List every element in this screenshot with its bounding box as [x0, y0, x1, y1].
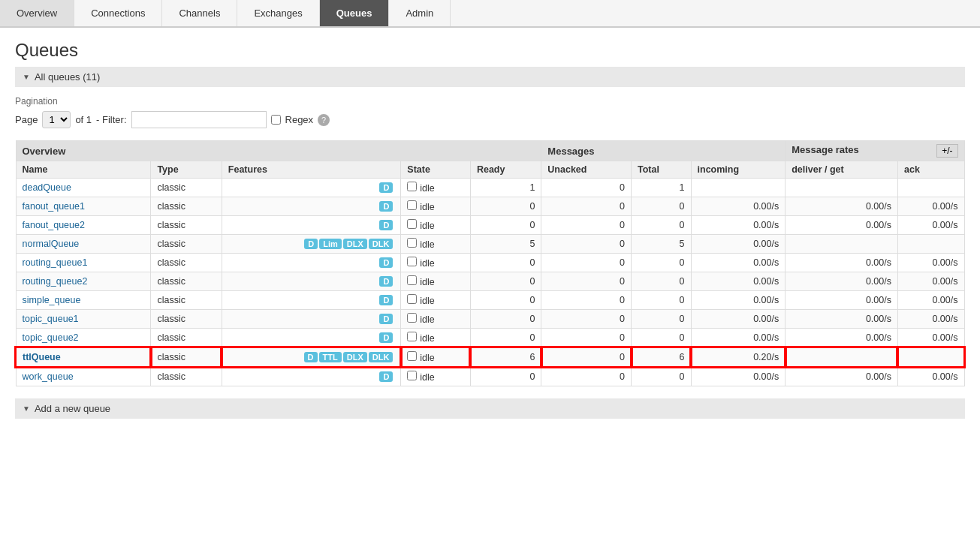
state-checkbox[interactable] [407, 351, 417, 361]
queue-name-link[interactable]: fanout_queue2 [23, 220, 85, 230]
queue-state-cell: idle [401, 329, 471, 348]
queue-total-cell: 5 [632, 235, 692, 254]
state-checkbox[interactable] [407, 238, 417, 248]
queue-name-cell[interactable]: deadQueue [16, 179, 151, 197]
nav-item-connections[interactable]: Connections [74, 0, 162, 26]
queue-ack-cell [897, 179, 964, 197]
state-checkbox[interactable] [407, 371, 417, 380]
pagination-label: Pagination [15, 96, 965, 107]
state-text: idle [420, 277, 434, 287]
queue-name-link[interactable]: routing_queue2 [23, 276, 88, 287]
col-deliver-get: deliver / get [786, 161, 898, 179]
queue-incoming-cell: 0.00/s [691, 216, 786, 235]
queue-name-cell[interactable]: topic_queue2 [16, 329, 151, 348]
queue-incoming-cell: 0.00/s [691, 291, 786, 310]
queue-name-link[interactable]: deadQueue [23, 182, 71, 193]
state-checkbox[interactable] [407, 200, 417, 210]
queue-unacked-cell: 0 [541, 254, 632, 272]
section-header[interactable]: ▼ All queues (11) [15, 67, 965, 87]
queue-features-cell: D [222, 329, 401, 348]
queue-unacked-cell: 0 [541, 216, 632, 235]
queue-features-cell: D [222, 254, 401, 272]
feature-badge: D [379, 332, 393, 343]
queue-ack-cell [897, 235, 964, 254]
state-text: idle [420, 221, 434, 231]
queue-deliver-get-cell [786, 179, 898, 197]
state-text: idle [420, 296, 434, 306]
state-checkbox[interactable] [407, 182, 417, 191]
queue-state-cell: idle [401, 310, 471, 329]
queue-name-cell[interactable]: ttlQueue [16, 347, 151, 367]
queue-incoming-cell: 0.00/s [691, 235, 786, 254]
queue-type-cell: classic [151, 197, 222, 216]
queue-ready-cell: 0 [470, 367, 541, 386]
table-row: topic_queue1classicDidle0000.00/s0.00/s0… [16, 310, 964, 329]
queue-unacked-cell: 0 [541, 272, 632, 291]
filter-input[interactable] [131, 111, 267, 128]
queue-name-link[interactable]: ttlQueue [23, 352, 61, 362]
queue-deliver-get-cell: 0.00/s [786, 291, 898, 310]
queue-name-cell[interactable]: normalQueue [16, 235, 151, 254]
queue-state-cell: idle [401, 216, 471, 235]
queue-name-cell[interactable]: simple_queue [16, 291, 151, 310]
page-select[interactable]: 1 [42, 111, 71, 128]
queue-ready-cell: 1 [470, 179, 541, 197]
queue-deliver-get-cell: 0.00/s [786, 216, 898, 235]
queue-total-cell: 1 [632, 179, 692, 197]
nav-item-overview[interactable]: Overview [0, 0, 74, 26]
queue-name-cell[interactable]: topic_queue1 [16, 310, 151, 329]
queue-total-cell: 0 [632, 329, 692, 348]
pagination-section: Pagination Page 1 of 1 - Filter: Regex ? [15, 96, 965, 128]
queue-unacked-cell: 0 [541, 310, 632, 329]
col-header-row: Name Type Features State Ready Unacked T… [16, 161, 964, 179]
queue-features-cell: D [222, 291, 401, 310]
queue-ack-cell: 0.00/s [897, 272, 964, 291]
queue-incoming-cell: 0.00/s [691, 197, 786, 216]
add-queue-toggle[interactable]: ▼ Add a new queue [15, 398, 965, 419]
queue-total-cell: 0 [632, 272, 692, 291]
queue-tbody: deadQueueclassicDidle101fanout_queue1cla… [16, 179, 964, 386]
queue-name-link[interactable]: simple_queue [23, 295, 81, 305]
feature-badge: D [304, 239, 318, 249]
state-checkbox[interactable] [407, 219, 417, 229]
help-icon[interactable]: ? [318, 114, 330, 126]
regex-checkbox[interactable] [271, 115, 281, 125]
queue-deliver-get-cell [786, 347, 898, 367]
plus-minus-button[interactable]: +/- [936, 144, 957, 158]
nav-item-admin[interactable]: Admin [389, 0, 451, 26]
queue-type-cell: classic [151, 310, 222, 329]
queue-name-link[interactable]: routing_queue1 [23, 257, 88, 268]
queue-features-cell: D [222, 179, 401, 197]
queue-name-link[interactable]: topic_queue1 [23, 314, 79, 324]
queue-ready-cell: 0 [470, 197, 541, 216]
page-label: Page [15, 114, 38, 125]
queue-name-link[interactable]: normalQueue [23, 239, 80, 249]
queue-type-cell: classic [151, 179, 222, 197]
queue-features-cell: D [222, 367, 401, 386]
state-checkbox[interactable] [407, 294, 417, 304]
nav-item-channels[interactable]: Channels [162, 0, 237, 26]
group-header-row: Overview Messages Message rates +/- [16, 141, 964, 161]
state-checkbox[interactable] [407, 332, 417, 341]
state-checkbox[interactable] [407, 275, 417, 285]
nav-item-queues[interactable]: Queues [320, 0, 390, 26]
queue-total-cell: 0 [632, 310, 692, 329]
queue-ready-cell: 0 [470, 254, 541, 272]
queue-name-link[interactable]: work_queue [23, 371, 74, 382]
queue-name-cell[interactable]: fanout_queue1 [16, 197, 151, 216]
queue-name-link[interactable]: fanout_queue1 [23, 201, 85, 212]
state-checkbox[interactable] [407, 313, 417, 323]
queue-name-cell[interactable]: work_queue [16, 367, 151, 386]
col-total: Total [632, 161, 692, 179]
queue-name-link[interactable]: topic_queue2 [23, 332, 79, 343]
queue-name-cell[interactable]: routing_queue2 [16, 272, 151, 291]
state-checkbox[interactable] [407, 257, 417, 266]
queue-name-cell[interactable]: fanout_queue2 [16, 216, 151, 235]
nav-item-exchanges[interactable]: Exchanges [237, 0, 319, 26]
queue-deliver-get-cell: 0.00/s [786, 310, 898, 329]
queue-name-cell[interactable]: routing_queue1 [16, 254, 151, 272]
regex-label: Regex [285, 114, 314, 125]
queue-table: Overview Messages Message rates +/- Name… [15, 140, 965, 386]
group-overview: Overview [16, 141, 541, 161]
table-row: work_queueclassicDidle0000.00/s0.00/s0.0… [16, 367, 964, 386]
